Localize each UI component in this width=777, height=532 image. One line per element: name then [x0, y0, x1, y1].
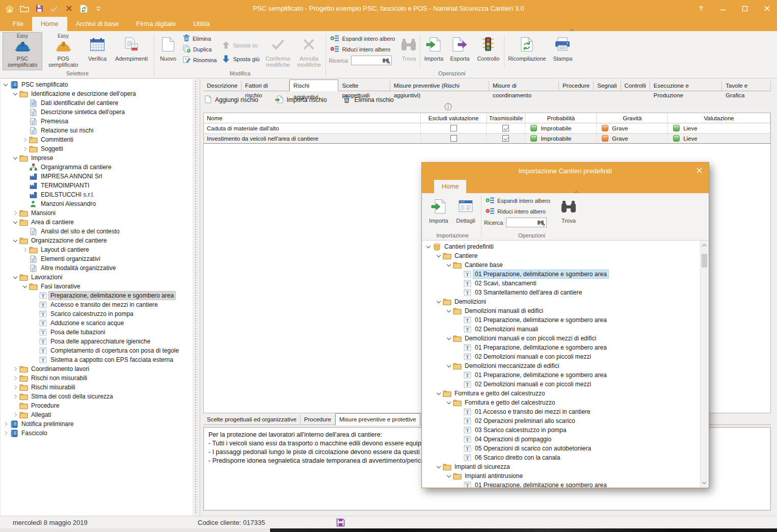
chevron-right-icon[interactable] [12, 366, 19, 373]
tree-item[interactable]: Analisi del sito e del contesto [1, 227, 193, 236]
tree-item[interactable]: Identificazione e descrizione dell'opera [1, 89, 193, 98]
chevron-down-icon[interactable] [446, 335, 452, 342]
ribbon-tab-archivi-di-base[interactable]: Archivi di base [67, 17, 128, 31]
chevron-down-icon[interactable] [446, 363, 452, 369]
tree-item[interactable]: Organigramma di cantiere [1, 163, 193, 172]
tree-item[interactable]: Allegati [1, 410, 193, 419]
column-header[interactable]: Gravità [597, 113, 668, 123]
content-tab[interactable]: Esecuzione e Produzione [650, 81, 722, 91]
dialog-close-button[interactable] [696, 167, 703, 175]
tree-item[interactable]: TAccesso e transito dei mezzi in cantier… [1, 300, 193, 309]
tree-item[interactable]: Cantiere base [422, 260, 701, 270]
importa-button[interactable]: Importa [420, 32, 447, 70]
tree-item[interactable]: T01 Preparazione, delimitazione e sgombe… [422, 370, 701, 380]
espandi-albero-button[interactable]: Espandi intero albero [329, 34, 396, 43]
chevron-down-icon[interactable] [436, 299, 442, 305]
tree-item[interactable]: Lavorazioni [1, 273, 193, 282]
tree-item[interactable]: Rischi misurabili [1, 383, 193, 392]
scroll-up-icon[interactable] [701, 242, 708, 249]
chevron-right-icon[interactable] [22, 146, 29, 152]
tree-item[interactable]: T01 Preparazione, delimitazione e sgombe… [422, 343, 701, 352]
content-tab[interactable]: Misure preventive (Rischi aggiuntivi) [390, 81, 489, 91]
tree-item[interactable]: Organizzazione del cantiere [1, 236, 193, 245]
chevron-down-icon[interactable] [12, 219, 19, 226]
tree-item[interactable]: Demolizioni [422, 297, 701, 306]
ribbon-tab-utilit-[interactable]: Utilità [184, 17, 219, 31]
tree-item[interactable]: T02 Demolizioni manuali [422, 325, 701, 334]
scrollbar-thumb[interactable] [702, 254, 707, 268]
measure-tab[interactable]: Procedure [301, 415, 335, 424]
escludi-checkbox[interactable] [450, 125, 457, 131]
tree-item[interactable]: TPreparazione, delimitazione e sgombero … [1, 291, 193, 300]
dialog-espandi-button[interactable]: Espandi intero albero [484, 196, 552, 205]
chevron-right-icon[interactable] [12, 412, 19, 418]
tree-item[interactable]: T03 Scarico calcestruzzo in pompa [422, 425, 701, 435]
tree-item[interactable]: TAdduzione e scarico acque [1, 318, 193, 328]
minimize-button[interactable] [719, 5, 727, 13]
tree-item[interactable]: T02 Scavi, sbancamenti [422, 279, 701, 288]
tree-item[interactable]: T02 Demolizioni manuali e con piccoli me… [422, 380, 701, 389]
tree-item[interactable]: Relazione sui rischi [1, 126, 193, 135]
column-header[interactable]: Escludi valutazione [421, 113, 487, 123]
tree-item[interactable]: T04 Operazioni di pompaggio [422, 435, 701, 444]
trasmissibile-checkbox[interactable] [502, 125, 509, 131]
table-row[interactable]: Caduta di materiale dall'altoImprobabile… [204, 123, 770, 134]
tree-item[interactable]: Cantieri predefiniti [422, 242, 701, 251]
tree-item[interactable]: TERMOIMPIANTI [1, 181, 193, 190]
tree-item[interactable]: Coordinamento lavori [1, 364, 193, 374]
dialog-search-input[interactable] [507, 219, 539, 227]
adempimenti-button[interactable]: Adempimenti [111, 32, 152, 70]
chevron-down-icon[interactable] [446, 262, 452, 269]
tree-item[interactable]: Layout di cantiere [1, 245, 193, 254]
qat-customize-icon[interactable] [94, 4, 103, 13]
sposta-giu-button[interactable]: Sposta giù [220, 55, 261, 64]
stampa-button[interactable]: Stampa [549, 32, 576, 70]
tree-item[interactable]: TScarico calcestruzzo in pompa [1, 309, 193, 318]
cancel-icon[interactable] [64, 4, 73, 13]
home-icon[interactable] [5, 4, 14, 13]
tree-item[interactable]: PSC semplificato [1, 80, 193, 89]
tree-item[interactable]: Notifica preliminare [1, 419, 193, 429]
riduci-albero-button[interactable]: Riduci intero albero [329, 45, 396, 54]
tree-item[interactable]: Demolizioni manuali di edifici [422, 306, 701, 315]
tree-item[interactable]: TSistema a cappotto con EPS facciata est… [1, 355, 193, 364]
tree-item[interactable]: TCompletamento di copertura con posa di … [1, 346, 193, 355]
chevron-right-icon[interactable] [22, 247, 29, 253]
duplica-button[interactable]: Duplica [181, 45, 218, 54]
content-tab[interactable]: Tavole e Grafica [722, 81, 771, 91]
tree-item[interactable]: T02 Demolizioni manuali e con piccoli me… [422, 352, 701, 361]
content-tab[interactable]: Procedure [559, 81, 594, 91]
escludi-checkbox[interactable] [450, 135, 457, 142]
dialog-tab-home[interactable]: Home [434, 180, 466, 193]
chevron-down-icon[interactable] [12, 155, 19, 162]
chevron-down-icon[interactable] [436, 253, 442, 259]
chevron-down-icon[interactable] [446, 400, 452, 406]
chevron-down-icon[interactable] [446, 308, 452, 314]
table-row[interactable]: Investimento da veicoli nell'area di can… [204, 134, 770, 144]
tree-item[interactable]: Premessa [1, 117, 193, 126]
tree-item[interactable]: IMPRESA ANNONI Srl [1, 172, 193, 181]
column-header[interactable]: Probabilità [525, 113, 597, 123]
tree-item[interactable]: Descrizione sintetica dell'opera [1, 108, 193, 117]
measure-tab[interactable]: Misure preventive e protettive [335, 413, 420, 425]
tree-item[interactable]: Dati identificativi del cantiere [1, 98, 193, 108]
content-tab[interactable]: Scelte progettuali [338, 81, 390, 91]
tree-item[interactable]: T01 Preparazione, delimitazione e sgombe… [422, 481, 701, 487]
aggiungi-rischio-button[interactable]: Aggiungi rischio [205, 95, 258, 105]
chevron-right-icon[interactable] [3, 430, 9, 437]
tree-item[interactable]: Stima dei costi della sicurezza [1, 392, 193, 401]
save-icon[interactable] [35, 4, 44, 13]
splitter-handle[interactable] [193, 79, 200, 516]
tree-item[interactable]: T03 Smantellamento dell'area di cantiere [422, 288, 701, 297]
dialog-riduci-button[interactable]: Riduci intero albero [484, 207, 552, 216]
tree-item[interactable]: Demolizioni meccanizzate di edifici [422, 361, 701, 370]
info-icon[interactable] [444, 103, 452, 113]
tree-item[interactable]: Altre modalità organizzative [1, 263, 193, 273]
tree-item[interactable]: T01 Accesso e transito dei mezzi in cant… [422, 407, 701, 416]
tree-item[interactable]: Mansioni [1, 208, 193, 218]
chevron-down-icon[interactable] [446, 473, 452, 480]
tree-item[interactable]: Cantiere [422, 251, 701, 260]
chevron-down-icon[interactable] [12, 91, 19, 97]
chevron-right-icon[interactable] [3, 421, 9, 428]
chevron-down-icon[interactable] [22, 283, 29, 290]
